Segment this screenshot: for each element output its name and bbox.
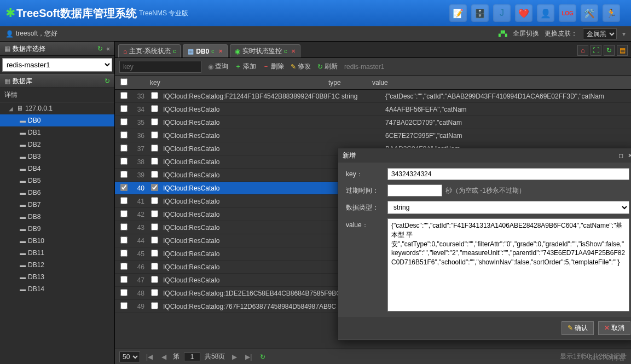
reload-page-button[interactable]: ↻ (258, 352, 268, 362)
ok-button[interactable]: ✎确认 (561, 321, 594, 335)
expire-input[interactable] (387, 184, 442, 197)
toolbar-icon-user[interactable]: 👤 (537, 4, 554, 22)
fullscreen-icon[interactable]: ▞▚ (499, 31, 507, 37)
tree-db-node[interactable]: ▬DB3 (0, 151, 114, 163)
row-checkbox[interactable] (120, 92, 128, 99)
cancel-button[interactable]: ✕取消 (598, 321, 630, 335)
row-checkbox2[interactable] (151, 223, 158, 230)
type-select[interactable]: string (387, 201, 629, 214)
row-checkbox[interactable] (120, 184, 128, 191)
row-checkbox[interactable] (120, 131, 128, 138)
reload-icon[interactable]: c (173, 48, 176, 54)
list-tool-icon[interactable]: ▤ (617, 45, 628, 56)
tree-db-node[interactable]: ▬DB11 (0, 247, 114, 259)
row-checkbox[interactable] (120, 289, 128, 296)
tree-db-node[interactable]: ▬DB6 (0, 187, 114, 199)
tree-db-node[interactable]: ▬DB7 (0, 199, 114, 211)
reload-icon[interactable]: c (211, 48, 214, 54)
refresh-button[interactable]: ↻刷新 (317, 62, 338, 71)
close-icon[interactable]: ✕ (628, 152, 631, 159)
row-checkbox2[interactable] (151, 210, 158, 217)
row-checkbox2[interactable] (151, 158, 158, 165)
tree-db-node[interactable]: ▬DB12 (0, 259, 114, 271)
query-button[interactable]: ◉查询 (208, 62, 228, 71)
value-textarea[interactable] (387, 218, 629, 311)
key-input[interactable] (387, 168, 629, 180)
row-checkbox2[interactable] (151, 171, 158, 178)
fullscreen-button[interactable]: 全屏切换 (513, 29, 539, 38)
row-checkbox[interactable] (120, 105, 128, 112)
prev-page-button[interactable]: ◀ (159, 352, 169, 362)
close-icon[interactable]: ✕ (218, 48, 223, 54)
row-checkbox2[interactable] (151, 105, 158, 112)
row-checkbox2[interactable] (151, 250, 158, 257)
row-checkbox[interactable] (120, 197, 128, 204)
page-size-select[interactable]: 50 (119, 351, 140, 362)
toolbar-icon-db[interactable]: 🗄️ (471, 4, 489, 22)
reload-icon[interactable]: c (284, 48, 287, 54)
toolbar-icon-j[interactable]: J (493, 4, 511, 22)
col-checkbox[interactable] (117, 78, 130, 87)
close-icon[interactable]: ✕ (291, 48, 296, 54)
row-checkbox[interactable] (120, 263, 128, 270)
tree-db-node[interactable]: ▬DB8 (0, 211, 114, 223)
delete-button[interactable]: －删除 (263, 62, 284, 71)
last-page-button[interactable]: ▶| (244, 352, 253, 362)
tree-db-node[interactable]: ▬DB10 (0, 235, 114, 247)
toolbar-icon-1[interactable]: 📝 (449, 4, 467, 22)
table-row[interactable]: 33IQCloud:ResCatalog:F21244F1BF4542B8838… (115, 90, 631, 103)
row-checkbox2[interactable] (151, 131, 158, 138)
db-connection-select[interactable]: redis-master1 (2, 58, 112, 72)
tree-db-node[interactable]: ▬DB14 (0, 283, 114, 295)
table-row[interactable]: 35IQCloud:ResCatalo747BA02CD709","catNam (115, 116, 631, 129)
row-checkbox2[interactable] (151, 184, 158, 191)
col-value[interactable]: value (372, 79, 631, 86)
row-checkbox[interactable] (120, 210, 128, 217)
tree-db-node[interactable]: ▬DB9 (0, 223, 114, 235)
next-page-button[interactable]: ▶ (229, 352, 239, 362)
toolbar-icon-log[interactable]: LOG (559, 4, 576, 22)
toolbar-icon-heart[interactable]: ❤️ (515, 4, 532, 22)
tree-db-node[interactable]: ▬DB2 (0, 138, 114, 151)
row-checkbox[interactable] (120, 302, 128, 309)
table-row[interactable]: 34IQCloud:ResCatalo4A4AFBF56FEFA","catNa… (115, 103, 631, 116)
toolbar-icon-run[interactable]: 🏃 (603, 4, 620, 22)
first-page-button[interactable]: |◀ (144, 352, 154, 362)
maximize-icon[interactable]: ◻ (618, 152, 623, 159)
search-input[interactable] (119, 61, 201, 73)
refresh-icon[interactable]: ↻ (105, 77, 110, 85)
select-all-checkbox[interactable] (120, 78, 128, 85)
row-checkbox2[interactable] (151, 276, 158, 283)
expand-tool-icon[interactable]: ⛶ (591, 45, 601, 56)
table-row[interactable]: 36IQCloud:ResCatalo6CE7E27C995F","catNam (115, 129, 631, 142)
page-input[interactable] (184, 353, 200, 361)
row-checkbox[interactable] (120, 276, 128, 283)
tree-db-node[interactable]: ▬DB13 (0, 271, 114, 283)
row-checkbox2[interactable] (151, 236, 158, 244)
tree-db-node[interactable]: ▬DB4 (0, 163, 114, 175)
row-checkbox[interactable] (120, 145, 128, 152)
refresh-icon[interactable]: ↻ (97, 45, 103, 53)
dialog-titlebar[interactable]: 新增 ◻ ✕ (338, 148, 631, 163)
row-checkbox2[interactable] (151, 263, 158, 270)
skin-select[interactable]: 金属黑 (583, 28, 617, 39)
row-checkbox[interactable] (120, 118, 128, 125)
tab-db0[interactable]: ▦ DB0 c ✕ (183, 44, 228, 57)
collapse-toggle-icon[interactable]: ◢ (9, 106, 14, 112)
row-checkbox2[interactable] (151, 145, 158, 152)
tree-host-node[interactable]: ◢ 🖥 127.0.0.1 (0, 102, 114, 114)
edit-button[interactable]: ✎修改 (291, 62, 311, 71)
tab-home[interactable]: ⌂ 主页-系统状态 c (118, 44, 181, 57)
row-checkbox[interactable] (120, 223, 128, 230)
home-tool-icon[interactable]: ⌂ (577, 45, 588, 56)
row-checkbox2[interactable] (151, 118, 158, 125)
refresh-tool-icon[interactable]: ↻ (604, 45, 615, 56)
tab-monitor[interactable]: ◉ 实时状态监控 c ✕ (230, 44, 300, 57)
row-checkbox2[interactable] (151, 197, 158, 204)
row-checkbox2[interactable] (151, 289, 158, 296)
dropdown-icon[interactable]: ▾ (622, 30, 626, 38)
row-checkbox[interactable] (120, 250, 128, 257)
tree-db-node[interactable]: ▬DB5 (0, 175, 114, 187)
collapse-icon[interactable]: « (106, 45, 110, 53)
add-button[interactable]: ＋添加 (235, 62, 256, 71)
